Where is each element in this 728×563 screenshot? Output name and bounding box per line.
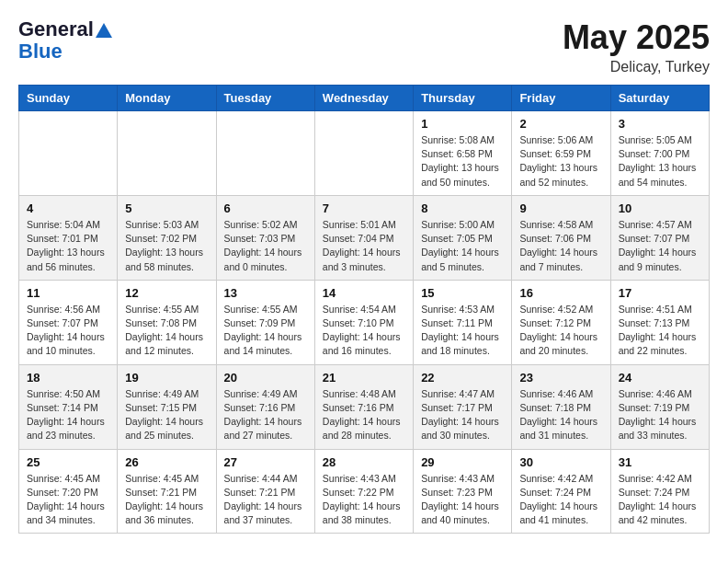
day-number: 19 <box>125 371 208 385</box>
cell-content: Sunrise: 4:55 AMSunset: 7:09 PMDaylight:… <box>224 303 307 359</box>
cell-content: Sunrise: 5:03 AMSunset: 7:02 PMDaylight:… <box>125 218 208 274</box>
table-row: 12Sunrise: 4:55 AMSunset: 7:08 PMDayligh… <box>118 280 216 364</box>
table-row: 19Sunrise: 4:49 AMSunset: 7:15 PMDayligh… <box>118 364 216 449</box>
cell-content: Sunrise: 4:43 AMSunset: 7:22 PMDaylight:… <box>323 472 405 528</box>
cell-content: Sunrise: 4:51 AMSunset: 7:13 PMDaylight:… <box>619 303 701 359</box>
calendar-table: Sunday Monday Tuesday Wednesday Thursday… <box>18 85 710 534</box>
day-number: 23 <box>519 371 602 385</box>
cell-content: Sunrise: 4:42 AMSunset: 7:24 PMDaylight:… <box>519 472 602 528</box>
day-number: 24 <box>619 371 701 385</box>
table-row: 6Sunrise: 5:02 AMSunset: 7:03 PMDaylight… <box>216 195 314 280</box>
month-title: May 2025 <box>563 18 710 57</box>
table-row: 26Sunrise: 4:45 AMSunset: 7:21 PMDayligh… <box>118 449 216 534</box>
table-row: 24Sunrise: 4:46 AMSunset: 7:19 PMDayligh… <box>610 364 709 449</box>
header-thursday: Thursday <box>414 86 512 111</box>
table-row: 4Sunrise: 5:04 AMSunset: 7:01 PMDaylight… <box>19 195 118 280</box>
day-number: 2 <box>519 117 602 131</box>
table-row: 16Sunrise: 4:52 AMSunset: 7:12 PMDayligh… <box>512 280 610 364</box>
table-row: 5Sunrise: 5:03 AMSunset: 7:02 PMDaylight… <box>118 195 216 280</box>
table-row: 8Sunrise: 5:00 AMSunset: 7:05 PMDaylight… <box>414 195 512 280</box>
table-row: 27Sunrise: 4:44 AMSunset: 7:21 PMDayligh… <box>216 449 314 534</box>
logo-blue: Blue <box>18 40 114 63</box>
table-row: 25Sunrise: 4:45 AMSunset: 7:20 PMDayligh… <box>19 449 118 534</box>
table-row: 21Sunrise: 4:48 AMSunset: 7:16 PMDayligh… <box>314 364 413 449</box>
day-number: 29 <box>421 455 504 469</box>
day-number: 16 <box>519 286 602 300</box>
table-row: 3Sunrise: 5:05 AMSunset: 7:00 PMDaylight… <box>610 111 709 196</box>
table-row: 14Sunrise: 4:54 AMSunset: 7:10 PMDayligh… <box>314 280 413 364</box>
day-number: 1 <box>421 117 504 131</box>
header-sunday: Sunday <box>19 86 118 111</box>
calendar-week-row: 18Sunrise: 4:50 AMSunset: 7:14 PMDayligh… <box>19 364 710 449</box>
day-number: 18 <box>27 371 109 385</box>
day-number: 17 <box>619 286 701 300</box>
cell-content: Sunrise: 4:42 AMSunset: 7:24 PMDaylight:… <box>619 472 701 528</box>
table-row: 1Sunrise: 5:08 AMSunset: 6:58 PMDaylight… <box>414 111 512 196</box>
calendar-week-row: 25Sunrise: 4:45 AMSunset: 7:20 PMDayligh… <box>19 449 710 534</box>
table-row <box>118 111 216 196</box>
header-saturday: Saturday <box>610 86 709 111</box>
calendar-week-row: 4Sunrise: 5:04 AMSunset: 7:01 PMDaylight… <box>19 195 710 280</box>
day-number: 27 <box>224 455 307 469</box>
day-number: 26 <box>125 455 208 469</box>
day-number: 9 <box>519 201 602 215</box>
cell-content: Sunrise: 5:08 AMSunset: 6:58 PMDaylight:… <box>421 133 504 190</box>
table-row <box>216 111 314 196</box>
calendar-week-row: 11Sunrise: 4:56 AMSunset: 7:07 PMDayligh… <box>19 280 710 364</box>
page-header: General Blue May 2025 Delicay, Turkey <box>18 18 710 75</box>
day-number: 20 <box>224 371 307 385</box>
cell-content: Sunrise: 4:53 AMSunset: 7:11 PMDaylight:… <box>421 303 504 359</box>
cell-content: Sunrise: 4:45 AMSunset: 7:21 PMDaylight:… <box>125 472 208 528</box>
cell-content: Sunrise: 5:00 AMSunset: 7:05 PMDaylight:… <box>421 218 504 274</box>
cell-content: Sunrise: 4:46 AMSunset: 7:19 PMDaylight:… <box>619 387 701 443</box>
cell-content: Sunrise: 4:57 AMSunset: 7:07 PMDaylight:… <box>619 218 701 274</box>
day-number: 13 <box>224 286 307 300</box>
cell-content: Sunrise: 5:05 AMSunset: 7:00 PMDaylight:… <box>619 133 701 190</box>
table-row: 22Sunrise: 4:47 AMSunset: 7:17 PMDayligh… <box>414 364 512 449</box>
day-number: 31 <box>619 455 701 469</box>
location-subtitle: Delicay, Turkey <box>563 59 710 75</box>
cell-content: Sunrise: 4:50 AMSunset: 7:14 PMDaylight:… <box>27 387 109 443</box>
day-number: 14 <box>323 286 405 300</box>
cell-content: Sunrise: 4:47 AMSunset: 7:17 PMDaylight:… <box>421 387 504 443</box>
day-number: 21 <box>323 371 405 385</box>
table-row: 11Sunrise: 4:56 AMSunset: 7:07 PMDayligh… <box>19 280 118 364</box>
day-number: 15 <box>421 286 504 300</box>
day-number: 6 <box>224 201 307 215</box>
table-row: 31Sunrise: 4:42 AMSunset: 7:24 PMDayligh… <box>610 449 709 534</box>
day-number: 25 <box>27 455 109 469</box>
table-row: 2Sunrise: 5:06 AMSunset: 6:59 PMDaylight… <box>512 111 610 196</box>
table-row: 28Sunrise: 4:43 AMSunset: 7:22 PMDayligh… <box>314 449 413 534</box>
day-number: 30 <box>519 455 602 469</box>
header-tuesday: Tuesday <box>216 86 314 111</box>
day-number: 10 <box>619 201 701 215</box>
header-friday: Friday <box>512 86 610 111</box>
cell-content: Sunrise: 5:02 AMSunset: 7:03 PMDaylight:… <box>224 218 307 274</box>
table-row: 17Sunrise: 4:51 AMSunset: 7:13 PMDayligh… <box>610 280 709 364</box>
cell-content: Sunrise: 4:52 AMSunset: 7:12 PMDaylight:… <box>519 303 602 359</box>
header-wednesday: Wednesday <box>314 86 413 111</box>
cell-content: Sunrise: 4:46 AMSunset: 7:18 PMDaylight:… <box>519 387 602 443</box>
day-number: 7 <box>323 201 405 215</box>
day-number: 12 <box>125 286 208 300</box>
day-number: 22 <box>421 371 504 385</box>
cell-content: Sunrise: 4:43 AMSunset: 7:23 PMDaylight:… <box>421 472 504 528</box>
title-block: May 2025 Delicay, Turkey <box>563 18 710 75</box>
day-number: 3 <box>619 117 701 131</box>
logo: General Blue <box>18 18 114 63</box>
cell-content: Sunrise: 5:04 AMSunset: 7:01 PMDaylight:… <box>27 218 109 274</box>
cell-content: Sunrise: 4:55 AMSunset: 7:08 PMDaylight:… <box>125 303 208 359</box>
calendar-header-row: Sunday Monday Tuesday Wednesday Thursday… <box>19 86 710 111</box>
cell-content: Sunrise: 4:49 AMSunset: 7:16 PMDaylight:… <box>224 387 307 443</box>
table-row: 29Sunrise: 4:43 AMSunset: 7:23 PMDayligh… <box>414 449 512 534</box>
table-row: 30Sunrise: 4:42 AMSunset: 7:24 PMDayligh… <box>512 449 610 534</box>
day-number: 11 <box>27 286 109 300</box>
table-row: 10Sunrise: 4:57 AMSunset: 7:07 PMDayligh… <box>610 195 709 280</box>
svg-marker-0 <box>96 23 112 38</box>
cell-content: Sunrise: 4:48 AMSunset: 7:16 PMDaylight:… <box>323 387 405 443</box>
table-row: 20Sunrise: 4:49 AMSunset: 7:16 PMDayligh… <box>216 364 314 449</box>
cell-content: Sunrise: 4:45 AMSunset: 7:20 PMDaylight:… <box>27 472 109 528</box>
cell-content: Sunrise: 5:06 AMSunset: 6:59 PMDaylight:… <box>519 133 602 190</box>
cell-content: Sunrise: 4:44 AMSunset: 7:21 PMDaylight:… <box>224 472 307 528</box>
cell-content: Sunrise: 4:58 AMSunset: 7:06 PMDaylight:… <box>519 218 602 274</box>
